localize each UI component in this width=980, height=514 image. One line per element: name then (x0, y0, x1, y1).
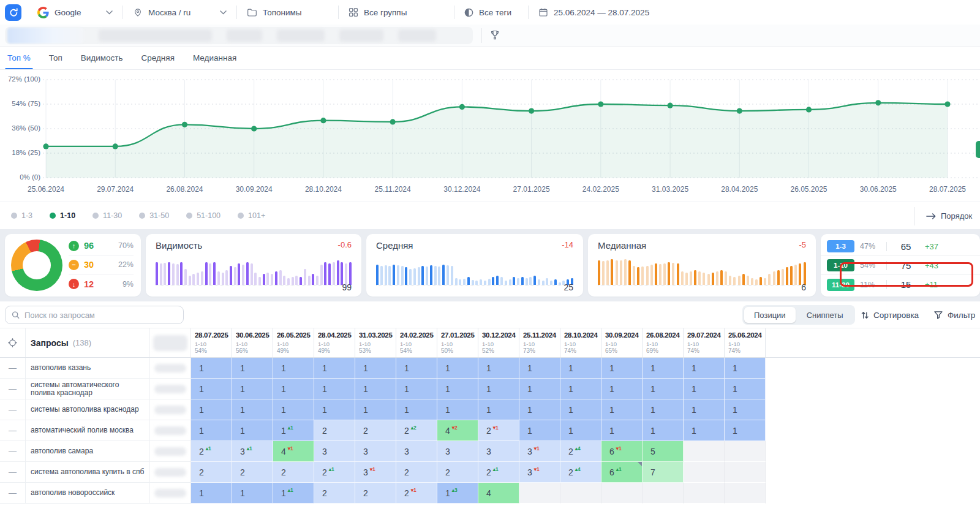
position-cell[interactable]: 1 (355, 358, 396, 379)
position-cell[interactable]: 3▴1 (232, 441, 273, 462)
date-column-header[interactable]: 31.03.20251-1053% (355, 328, 396, 357)
position-cell[interactable]: 2 (437, 462, 478, 483)
query-cell[interactable]: автополив казань (26, 358, 150, 379)
date-column-header[interactable]: 30.09.20241-1065% (601, 328, 643, 357)
project-chip[interactable] (277, 29, 325, 42)
position-cell[interactable] (643, 483, 684, 504)
row-drag-handle[interactable]: — (0, 441, 26, 462)
position-cell[interactable]: 1 (725, 399, 766, 420)
tab-Средняя[interactable]: Средняя (141, 47, 175, 69)
date-column-header[interactable]: 28.04.20251-1049% (314, 328, 355, 357)
position-cell[interactable]: 2▾1 (396, 483, 437, 504)
toggle-positions[interactable]: Позиции (744, 307, 796, 323)
query-cell[interactable]: системы автоматического полива краснодар (26, 379, 150, 399)
position-cell[interactable]: 1 (232, 483, 273, 504)
row-drag-handle[interactable]: — (0, 462, 26, 483)
position-cell[interactable]: 1 (725, 420, 766, 441)
query-cell[interactable]: системы автополива краснодар (26, 399, 150, 420)
position-cell[interactable]: 1 (643, 420, 684, 441)
position-cell[interactable]: 1 (725, 358, 766, 379)
position-cell[interactable]: 1 (560, 379, 601, 399)
queries-header[interactable]: Запросы (138) (26, 328, 150, 357)
position-cell[interactable]: 1 (560, 399, 601, 420)
position-cell[interactable]: 1 (314, 358, 355, 379)
position-cell[interactable]: 2▴1 (478, 462, 519, 483)
position-cell[interactable]: 1 (191, 379, 232, 399)
row-drag-handle[interactable]: — (0, 399, 26, 420)
position-cell[interactable]: 1 (560, 358, 601, 379)
date-column-header[interactable]: 28.07.20251-1054% (191, 328, 232, 357)
position-cell[interactable]: 1 (437, 379, 478, 399)
position-cell[interactable]: 1 (684, 420, 725, 441)
position-cell[interactable] (684, 483, 725, 504)
groups-filter-button[interactable]: Все группы (339, 0, 454, 25)
position-cell[interactable]: 2 (314, 420, 355, 441)
position-cell[interactable] (684, 441, 725, 462)
position-cell[interactable]: 1 (478, 399, 519, 420)
project-chip[interactable] (227, 29, 262, 42)
date-column-header[interactable]: 27.01.20251-1050% (437, 328, 478, 357)
position-cell[interactable]: 1 (437, 399, 478, 420)
position-cell[interactable]: 2 (232, 462, 273, 483)
position-cell[interactable]: 4 (478, 483, 519, 504)
position-cell[interactable]: 2 (396, 462, 437, 483)
position-cell[interactable]: 2▴2 (396, 420, 437, 441)
position-cell[interactable]: 1 (191, 358, 232, 379)
position-cell[interactable]: 1 (601, 420, 643, 441)
top-percent-chart[interactable]: 72% (100)54% (75)36% (50)18% (25)0% (0)2… (0, 70, 980, 202)
position-cell[interactable]: 1 (355, 399, 396, 420)
position-cell[interactable]: 1 (478, 358, 519, 379)
position-cell[interactable]: 2▴1 (314, 462, 355, 483)
filter-button[interactable]: Фильтр (933, 305, 980, 325)
position-cell[interactable]: 1 (684, 379, 725, 399)
position-cell[interactable]: 2 (191, 462, 232, 483)
position-cell[interactable] (725, 483, 766, 504)
position-cell[interactable]: 1 (519, 399, 560, 420)
legend-item-101+[interactable]: 101+ (238, 211, 265, 220)
position-cell[interactable]: 2 (355, 420, 396, 441)
date-column-header[interactable]: 26.08.20241-1069% (643, 328, 684, 357)
trophy-icon[interactable] (489, 29, 500, 42)
position-cell[interactable]: 1 (232, 399, 273, 420)
position-cell[interactable]: 1 (273, 358, 314, 379)
position-cell[interactable] (601, 483, 643, 504)
toggle-snippets[interactable]: Сниппеты (797, 307, 853, 323)
top-range-row-11-30[interactable]: 11-3011%15+11 (821, 275, 980, 294)
position-cell[interactable] (560, 483, 601, 504)
legend-item-31-50[interactable]: 31-50 (139, 211, 169, 220)
date-range-picker[interactable]: 25.06.2024 — 28.07.2025 (529, 0, 659, 25)
position-cell[interactable]: 1 (191, 483, 232, 504)
sort-button[interactable]: Сортировка (860, 305, 919, 325)
position-cell[interactable]: 2 (314, 483, 355, 504)
order-button[interactable]: Порядок (926, 202, 980, 230)
position-cell[interactable]: 3 (314, 441, 355, 462)
position-cell[interactable]: 3 (396, 441, 437, 462)
visibility-card[interactable]: Видимость -0.6 99 (146, 234, 361, 297)
position-cell[interactable]: 1 (396, 358, 437, 379)
project-chip-active[interactable] (7, 28, 84, 43)
top-range-row-1-3[interactable]: 1-347%65+37 (821, 237, 980, 256)
project-chips[interactable] (5, 27, 473, 44)
legend-item-51-100[interactable]: 51-100 (186, 211, 221, 220)
query-cell[interactable]: автополив новороссийск (26, 483, 150, 504)
position-cell[interactable]: 2▴1 (191, 441, 232, 462)
position-cell[interactable]: 2▾1 (478, 420, 519, 441)
table-corner-cell[interactable] (0, 328, 26, 357)
row-drag-handle[interactable]: — (0, 379, 26, 399)
position-cell[interactable]: 3 (355, 441, 396, 462)
row-drag-handle[interactable]: — (0, 358, 26, 379)
sync-button[interactable] (5, 4, 21, 21)
tab-Медианная[interactable]: Медианная (193, 47, 236, 69)
position-cell[interactable]: 1 (725, 379, 766, 399)
position-cell[interactable]: 4▾1 (273, 441, 314, 462)
position-cell[interactable]: 1 (601, 399, 643, 420)
query-search[interactable] (5, 306, 184, 324)
legend-item-1-10[interactable]: 1-10 (50, 211, 75, 220)
position-cell[interactable]: 1 (684, 358, 725, 379)
position-cell[interactable]: 1▴1 (273, 420, 314, 441)
top-range-row-1-10[interactable]: 1-1054%75+43 (821, 256, 980, 275)
position-cell[interactable]: 1 (314, 379, 355, 399)
position-cell[interactable] (725, 462, 766, 483)
position-cell[interactable]: 2▴4 (560, 462, 601, 483)
position-cell[interactable]: 1 (232, 420, 273, 441)
